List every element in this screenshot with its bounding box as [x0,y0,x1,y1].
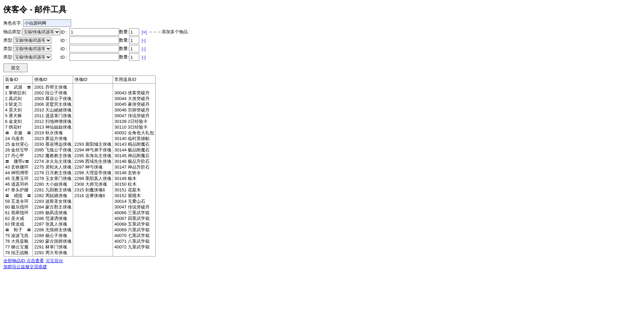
list-item: 30045 豪侠突破丹 [114,101,154,107]
id-label: ID : [60,30,69,35]
list-item: 2274 冰火岛主侠魂 [34,158,71,164]
table-header: 侠魂ID [33,76,73,84]
qty-label: 数量: [119,54,129,60]
list-item: 30047 传说突破丹 [114,204,154,210]
list-item: 2281 九阳教主侠魂 [34,187,71,193]
list-item: 2316 达摩侠魂6 [74,193,112,198]
list-item: 1 寒铁巨剑 [5,90,31,96]
qty-input[interactable] [129,28,139,36]
add-hint: ←←←添加多个物品 [149,29,188,35]
list-item: 30147 神品升阶石 [114,164,154,170]
list-item: 24 乌蚕衣 [5,136,31,141]
list-item: 2006 灵鹫宫主侠魂 [34,101,71,107]
add-item-link[interactable]: [+] [142,30,147,35]
list-item: 2282 周姑娘侠魂 [34,193,71,198]
list-item: 45 无量玉环 [5,176,31,181]
list-item: 30151 花梨木 [114,187,154,193]
list-item: 30044 大侠突破丹 [114,96,154,101]
table-header: 装备ID [4,76,33,84]
type-select[interactable]: 宝箱/侠魂/武器等 [13,54,51,60]
id-label: ID : [60,46,69,51]
list-item [74,113,112,119]
qty-input[interactable] [129,37,139,44]
list-item: 2279 玉女掌门侠魂 [34,176,71,181]
list-item: 2288 无情师太侠魂 [34,227,71,233]
list-item: 43 玄铁腰环 [5,164,31,170]
qty-input[interactable] [129,45,139,52]
list-item [74,124,112,130]
list-item: 47 兽头护腰 [5,187,31,193]
list-item: 30150 松木 [114,181,154,187]
type-select[interactable]: 宝箱/侠魂/武器等 [13,45,51,52]
list-item [74,227,112,233]
remove-item-link[interactable]: [-] [142,46,146,51]
list-item: 63 降龙戒 [5,221,31,227]
list-item: 61 翡翠指环 [5,210,31,216]
list-item: 2298 大理皇帝侠魂 [74,170,112,176]
list-item: 2003 慕容公子侠魂 [34,96,71,101]
list-item: 2289 杨公子侠魂 [34,233,71,238]
join-group-link[interactable]: 加群玩公益服交流搭建 [3,264,47,269]
list-item: 2286 范潇洒侠魂 [34,216,71,221]
qty-label: 数量: [119,46,129,52]
list-item: 25 金丝背心 [5,141,31,147]
yuanbao-backend-link[interactable]: 元宝后台 [46,258,63,263]
id-label: ID : [60,38,69,43]
list-item: 2292 周大哥侠魂 [34,250,71,255]
id-input[interactable] [69,28,119,36]
list-item: 2 真武剑 [5,96,31,101]
page-title: 侠客令 - 邮件工具 [3,4,641,15]
id-input[interactable] [69,53,119,61]
list-item: 2002 段公子侠魂 [34,90,71,96]
remove-item-link[interactable]: [-] [142,38,146,43]
list-item: 2030 慕容博远侠魂 [34,141,71,147]
id-input[interactable] [69,37,119,44]
list-item [74,216,112,221]
list-item: 2285 杨风流侠魂 [34,210,71,216]
list-item: 40002 全角色大礼包 [114,130,154,136]
list-item: 2284 蒙古郡主侠魂 [34,204,71,210]
list-item: 2010 天山姥姥侠魂 [34,107,71,113]
list-item [74,136,112,141]
all-items-link[interactable]: 全部物品ID 点击查看 [3,258,44,263]
id-input[interactable] [69,45,119,52]
list-item: 30047 传说突破丹 [114,113,154,119]
item-type-select[interactable]: 宝箱/侠魂/武器等 [22,29,60,35]
table-cell: 2293 襄阳城主侠魂2294 神丐弟子侠魂2295 东海岛主侠魂2296 西域… [73,84,113,256]
role-name-input[interactable] [23,19,71,27]
list-item [114,250,154,255]
list-item: 60 极乐指环 [5,204,31,210]
list-item: 40071 八重武学箱 [114,238,154,244]
table-cell: 2001 乔帮主侠魂2002 段公子侠魂2003 慕容公子侠魂2006 灵鹫宫主… [33,84,73,256]
list-item: 2291 林掌门侠魂 [34,244,71,250]
role-name-label: 角色名字: [3,20,22,26]
list-item: 2278 日月教主侠魂 [34,170,71,176]
qty-label: 数量: [119,37,129,43]
list-item: 2287 张真人侠魂 [34,221,71,227]
extra-item-row: 类型: 宝箱/侠魂/武器等ID :数量: [-] [3,37,641,44]
table-cell: 30043 侠客突破丹30044 大侠突破丹30045 豪侠突破丹30046 宗… [113,84,156,256]
list-item: 40067 四重武学箱 [114,216,154,221]
list-item: 2019 秋水侠魂 [34,130,71,136]
list-item [74,101,112,107]
list-item: 59 五龙令环 [5,198,31,204]
qty-input[interactable] [129,53,139,61]
type-select[interactable]: 宝箱/侠魂/武器等 [13,37,51,44]
type-label: 类型: [3,37,13,43]
list-item [74,130,112,136]
list-item: 2293 襄阳城主侠魂 [74,141,112,147]
remove-item-link[interactable]: [-] [142,55,146,60]
list-item: 2294 神丐弟子侠魂 [74,147,112,153]
list-item [74,119,112,124]
list-item: 2095 飞狐公子侠魂 [34,147,71,153]
submit-button[interactable]: 提交 [3,63,28,72]
list-item: 40069 六重武学箱 [114,227,154,233]
list-item [74,250,112,255]
list-item: 2001 乔帮主侠魂 [34,84,71,90]
qty-label: 数量: [119,29,129,35]
list-item: 78 闯王战靴 [5,250,31,255]
table-header: 侠魂ID [73,76,113,84]
list-item: 4 昊天剑 [5,107,31,113]
list-item: 2012 扫地神僧侠魂 [34,119,71,124]
list-item [74,204,112,210]
